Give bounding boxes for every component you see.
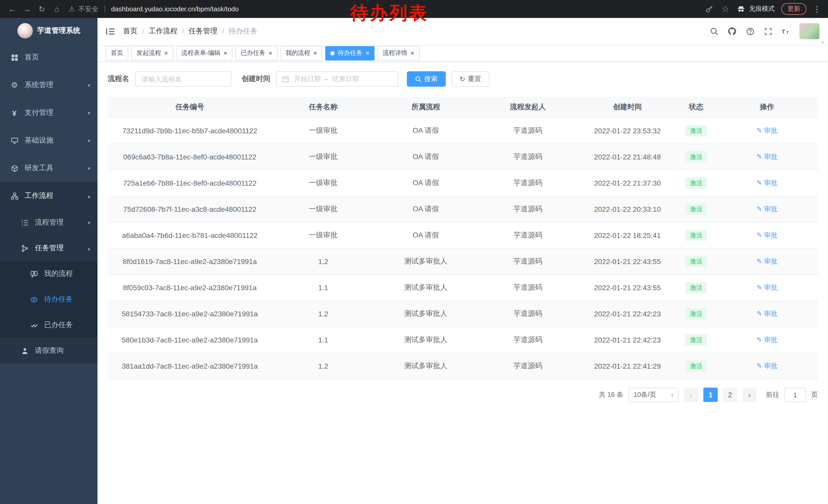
tab-done-tasks[interactable]: 已办任务 × xyxy=(236,46,277,60)
approve-button[interactable]: ✎ 审批 xyxy=(756,205,777,213)
hamburger-icon xyxy=(106,28,115,35)
page-button-2[interactable]: 2 xyxy=(723,387,737,402)
table-row: 069c6a63-7b8a-11ec-8ef0-acde48001122一级审批… xyxy=(108,144,818,170)
tab-close-icon[interactable]: × xyxy=(268,50,272,56)
sidebar-item-my-process[interactable]: 我的流程 xyxy=(0,261,97,287)
font-size-icon[interactable]: T T xyxy=(781,27,791,36)
tab-my-process[interactable]: 我的流程 × xyxy=(281,46,322,60)
sidebar-item-done-tasks[interactable]: 已办任务 xyxy=(0,312,97,338)
edit-icon: ✎ xyxy=(756,205,764,213)
user-avatar-menu[interactable]: ▾ xyxy=(799,23,820,40)
end-date-placeholder: 结束日期 xyxy=(332,74,359,84)
prev-page-button[interactable]: ‹ xyxy=(684,387,698,402)
tab-process-form-edit[interactable]: 流程表单-编辑 × xyxy=(176,46,233,60)
status-badge: 激活 xyxy=(686,256,707,267)
sidebar-item-system-management[interactable]: ⚙ 系统管理 ▾ xyxy=(0,71,97,99)
back-button[interactable]: ← xyxy=(5,2,19,16)
sidebar-item-dev-tools[interactable]: 研发工具 ▾ xyxy=(0,154,97,182)
tab-process-detail[interactable]: 流程详情 × xyxy=(378,46,419,60)
tab-home[interactable]: 首页 xyxy=(106,46,128,60)
edit-icon: ✎ xyxy=(756,258,764,265)
sidebar-item-task-management[interactable]: 任务管理 ▴ xyxy=(0,235,97,261)
date-range-picker[interactable]: 开始日期 - 结束日期 xyxy=(276,71,398,87)
active-tab-dot xyxy=(331,51,335,55)
sidebar-item-home[interactable]: 首页 xyxy=(0,44,97,71)
approve-button[interactable]: ✎ 审批 xyxy=(756,127,777,134)
status-badge: 激活 xyxy=(686,360,707,372)
tab-close-icon[interactable]: × xyxy=(164,50,168,56)
table-row: 73211d9d-7b9b-11ec-b5b7-acde48001122一级审批… xyxy=(108,118,818,144)
page-size-select[interactable]: 10条/页 ▾ xyxy=(628,387,679,402)
todo-task-table: 任务编号 任务名称 所属流程 流程发起人 创建时间 状态 操作 73211d9d… xyxy=(108,97,818,379)
action-cell: ✎ 审批 xyxy=(716,327,818,353)
tab-close-icon[interactable]: × xyxy=(410,50,414,56)
my-process-icon xyxy=(30,270,38,278)
process-name-input[interactable] xyxy=(135,71,232,87)
sidebar-item-process-management[interactable]: 流程管理 ▾ xyxy=(0,210,97,235)
approve-button[interactable]: ✎ 审批 xyxy=(756,153,777,161)
next-page-button[interactable]: › xyxy=(742,387,757,402)
sidebar-toggle-button[interactable] xyxy=(97,28,123,35)
column-header-status: 状态 xyxy=(676,97,716,118)
goto-page-input[interactable] xyxy=(784,387,806,402)
chevron-up-icon: ▴ xyxy=(88,193,90,199)
edit-icon: ✎ xyxy=(756,336,764,343)
sidebar-item-todo-tasks[interactable]: 待办任务 xyxy=(0,287,97,312)
status-cell: 激活 xyxy=(676,144,716,170)
home-button[interactable]: ⌂ xyxy=(50,2,64,16)
sidebar-item-payment-management[interactable]: ¥ 支付管理 ▾ xyxy=(0,99,97,127)
process-cell: 测试多审批人 xyxy=(374,301,477,327)
breadcrumb-task-management[interactable]: 任务管理 xyxy=(189,27,217,36)
main-content: 首页 / 工作流程 / 任务管理 / 待办任务 xyxy=(97,18,828,504)
approve-button[interactable]: ✎ 审批 xyxy=(756,336,777,343)
tab-close-icon[interactable]: × xyxy=(314,50,317,56)
key-icon[interactable] xyxy=(705,4,714,13)
bookmark-star-icon[interactable]: ☆ xyxy=(721,4,730,13)
tab-start-process[interactable]: 发起流程 × xyxy=(131,46,173,60)
forward-button[interactable]: → xyxy=(20,2,34,16)
page-button-1[interactable]: 1 xyxy=(703,387,718,402)
calendar-icon xyxy=(282,75,289,83)
search-icon[interactable] xyxy=(709,27,719,36)
update-button[interactable]: 更新 xyxy=(781,3,806,15)
github-icon[interactable] xyxy=(728,27,737,36)
chevron-down-icon: ▾ xyxy=(88,110,90,116)
approve-button[interactable]: ✎ 审批 xyxy=(756,310,777,317)
status-badge: 激活 xyxy=(686,177,707,189)
approve-button[interactable]: ✎ 审批 xyxy=(756,258,777,265)
reset-button[interactable]: ↻ 重置 xyxy=(451,71,489,87)
breadcrumb-home[interactable]: 首页 xyxy=(123,27,137,36)
task-id-cell: 580e1b3d-7ac8-11ec-a9e2-a2380e71991a xyxy=(108,327,272,353)
chevron-up-icon: ▴ xyxy=(88,245,90,251)
chrome-right-controls: ☆ 无痕模式 更新 ⋮ xyxy=(705,3,823,15)
app-title: 芋道管理系统 xyxy=(37,26,80,35)
approve-button[interactable]: ✎ 审批 xyxy=(756,231,777,239)
tab-todo-tasks[interactable]: 待办任务 × xyxy=(326,46,374,60)
status-badge: 激活 xyxy=(686,334,707,346)
browser-menu-icon[interactable]: ⋮ xyxy=(813,4,821,13)
search-button[interactable]: 搜索 xyxy=(407,71,446,87)
table-row: 8f059c03-7ac8-11ec-a9e2-a2380e71991a1.1测… xyxy=(108,275,818,301)
approve-button[interactable]: ✎ 审批 xyxy=(756,283,777,291)
approve-button[interactable]: ✎ 审批 xyxy=(756,179,777,187)
reload-button[interactable]: ↻ xyxy=(35,2,49,16)
task-id-cell: 381aa1dd-7ac8-11ec-a9e2-a2380e71991a xyxy=(108,353,272,379)
sidebar-item-leave-query[interactable]: 请假查询 xyxy=(0,338,97,364)
process-cell: OA 请假 xyxy=(374,196,477,222)
column-header-initiator: 流程发起人 xyxy=(477,97,579,118)
sidebar: 芋道管理系统 首页 ⚙ 系统管理 ▾ ¥ xyxy=(0,18,97,504)
approve-button[interactable]: ✎ 审批 xyxy=(756,362,777,370)
breadcrumb-workflow[interactable]: 工作流程 xyxy=(149,27,177,36)
help-icon[interactable] xyxy=(745,27,755,36)
workflow-icon xyxy=(10,192,18,200)
chevron-down-icon: ▾ xyxy=(821,40,824,45)
action-cell: ✎ 审批 xyxy=(716,222,818,248)
tab-close-icon[interactable]: × xyxy=(366,50,369,56)
tab-close-icon[interactable]: × xyxy=(223,50,227,56)
fullscreen-icon[interactable] xyxy=(763,27,773,36)
task-name-cell: 1.1 xyxy=(272,275,374,301)
sidebar-item-workflow[interactable]: 工作流程 ▴ xyxy=(0,182,97,210)
sidebar-item-infrastructure[interactable]: 基础设施 ▾ xyxy=(0,127,97,154)
column-header-task-name: 任务名称 xyxy=(272,97,374,118)
status-cell: 激活 xyxy=(676,301,716,327)
